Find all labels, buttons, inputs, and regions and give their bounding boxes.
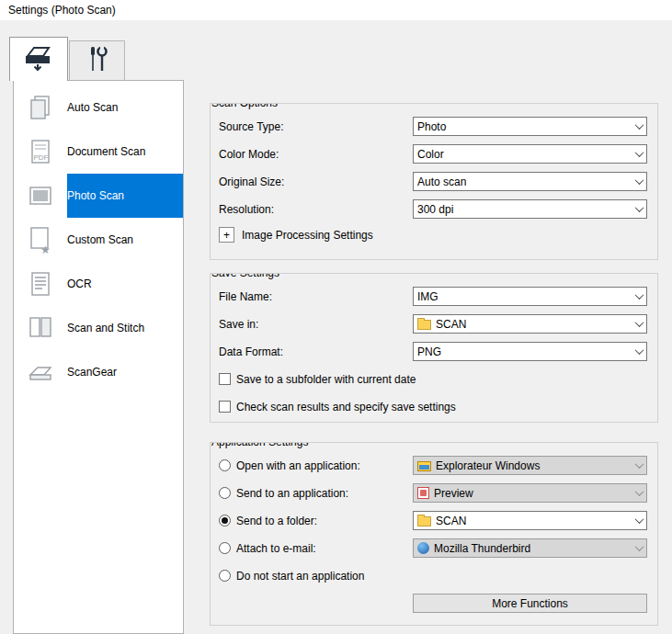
check-scan-results-checkbox[interactable] (219, 401, 231, 413)
subfolder-date-label: Save to a subfolder with current date (236, 373, 416, 386)
subfolder-date-checkbox[interactable] (219, 373, 231, 385)
resolution-select[interactable]: 300 dpi (413, 199, 647, 219)
application-settings-title: Application Settings (211, 442, 314, 448)
source-type-label: Source Type: (219, 120, 284, 133)
save-in-label: Save in: (219, 318, 258, 331)
chevron-down-icon (632, 484, 646, 502)
windows-explorer-icon (417, 461, 431, 471)
save-settings-group: Save Settings File Name: IMG Save in: SC… (210, 273, 658, 423)
sidebar-item-ocr[interactable]: OCR (14, 262, 183, 306)
color-mode-select[interactable]: Color (413, 144, 647, 164)
folder-icon (417, 320, 431, 330)
send-to-app-row: Send to an application: Preview (219, 483, 647, 503)
subfolder-date-checkbox-row[interactable]: Save to a subfolder with current date (219, 369, 647, 389)
preview-app-icon (417, 487, 429, 499)
chevron-down-icon (632, 145, 646, 163)
expand-button[interactable]: + (219, 227, 234, 243)
no-application-label: Do not start an application (236, 570, 364, 583)
document-scan-icon: PDF (14, 130, 67, 174)
thunderbird-icon (417, 542, 429, 554)
scan-options-title: Scan Options (211, 103, 284, 109)
sidebar-item-document-scan[interactable]: PDF Document Scan (14, 130, 183, 174)
file-name-row: File Name: IMG (219, 287, 647, 306)
open-with-app-radio[interactable] (219, 459, 231, 471)
no-application-row: Do not start an application (219, 566, 647, 585)
save-in-row: Save in: SCAN (219, 314, 647, 334)
svg-text:PDF: PDF (34, 153, 49, 162)
svg-text:★: ★ (40, 243, 51, 255)
custom-scan-icon: ★ (14, 218, 67, 262)
image-processing-settings-row: + Image Processing Settings (219, 227, 647, 243)
attach-to-email-row: Attach to e-mail: Mozilla Thunderbird (219, 538, 647, 558)
more-functions-button[interactable]: More Functions (413, 594, 647, 613)
resolution-label: Resolution: (219, 203, 274, 216)
color-mode-row: Color Mode: Color (219, 144, 647, 164)
sidebar-item-scangear[interactable]: ScanGear (14, 350, 183, 394)
source-type-select[interactable]: Photo (413, 117, 647, 136)
application-settings-group: Application Settings Open with an applic… (210, 442, 658, 626)
chevron-down-icon (632, 315, 646, 333)
original-size-select[interactable]: Auto scan (413, 172, 647, 191)
send-to-folder-row: Send to a folder: SCAN (219, 511, 647, 530)
save-settings-title: Save Settings (211, 273, 286, 279)
send-to-folder-select[interactable]: SCAN (413, 511, 647, 530)
data-format-label: Data Format: (219, 345, 283, 358)
data-format-row: Data Format: PNG (219, 342, 647, 361)
ocr-icon (14, 262, 67, 306)
file-name-input[interactable]: IMG (413, 287, 647, 306)
check-scan-results-checkbox-row[interactable]: Check scan results and specify save sett… (219, 397, 647, 416)
email-app-select[interactable]: Mozilla Thunderbird (413, 538, 647, 558)
sidebar-item-scan-and-stitch[interactable]: Scan and Stitch (14, 306, 183, 350)
open-with-app-select[interactable]: Explorateur Windows (413, 456, 647, 475)
chevron-down-icon (632, 539, 646, 557)
sidebar-item-photo-scan[interactable]: Photo Scan (14, 174, 183, 218)
photo-scan-icon (14, 174, 67, 218)
open-with-app-label: Open with an application: (236, 459, 360, 472)
chevron-down-icon (632, 343, 646, 360)
send-to-app-select[interactable]: Preview (413, 483, 647, 503)
tab-general-settings[interactable] (69, 40, 125, 80)
tools-icon (84, 45, 111, 77)
sidebar: Auto Scan PDF Document Scan Photo Scan ★ (13, 80, 184, 634)
open-with-app-row: Open with an application: Explorateur Wi… (219, 456, 647, 475)
sidebar-item-auto-scan[interactable]: Auto Scan (14, 85, 183, 130)
folder-icon (417, 516, 431, 526)
scan-options-group: Scan Options Source Type: Photo Color Mo… (210, 103, 658, 260)
check-scan-results-label: Check scan results and specify save sett… (236, 401, 456, 413)
titlebar: Settings (Photo Scan) (0, 0, 672, 20)
file-name-label: File Name: (219, 290, 272, 303)
attach-to-email-radio[interactable] (219, 542, 231, 554)
image-processing-settings-label: Image Processing Settings (242, 229, 373, 242)
data-format-select[interactable]: PNG (413, 342, 647, 361)
chevron-down-icon (632, 457, 646, 474)
auto-scan-icon (14, 85, 67, 130)
send-to-app-radio[interactable] (219, 487, 231, 499)
original-size-label: Original Size: (219, 175, 284, 188)
save-in-select[interactable]: SCAN (413, 314, 647, 334)
scanner-icon (21, 43, 56, 75)
sidebar-item-custom-scan[interactable]: ★ Custom Scan (14, 218, 183, 262)
send-to-folder-label: Send to a folder: (236, 515, 317, 527)
send-to-folder-radio[interactable] (219, 515, 231, 526)
color-mode-label: Color Mode: (219, 148, 279, 161)
chevron-down-icon (632, 200, 646, 218)
chevron-down-icon (632, 173, 646, 190)
chevron-down-icon (632, 512, 646, 529)
original-size-row: Original Size: Auto scan (219, 172, 647, 191)
attach-to-email-label: Attach to e-mail: (236, 542, 316, 555)
window-title: Settings (Photo Scan) (8, 4, 116, 17)
chevron-down-icon (632, 288, 646, 305)
send-to-app-label: Send to an application: (236, 487, 348, 500)
chevron-down-icon (632, 118, 646, 135)
source-type-row: Source Type: Photo (219, 117, 647, 136)
scan-and-stitch-icon (14, 306, 67, 350)
scangear-icon (14, 350, 67, 394)
no-application-radio[interactable] (219, 570, 231, 582)
tab-scan-settings[interactable] (9, 37, 68, 81)
resolution-row: Resolution: 300 dpi (219, 199, 647, 219)
